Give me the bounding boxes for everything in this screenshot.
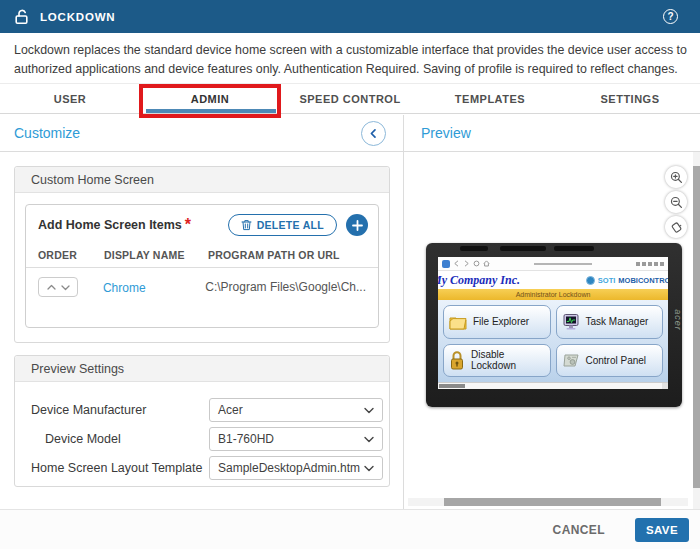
task-manager-icon (560, 312, 582, 332)
table-row: Chrome C:\Program Files\Google\Ch... (26, 268, 378, 297)
reorder-control[interactable] (38, 277, 78, 297)
items-table-header: ORDER DISPLAY NAME PROGRAM PATH OR URL (26, 244, 378, 268)
item-program-path: C:\Program Files\Google\Ch... (205, 280, 366, 294)
preview-panel: acer My Company Inc. (404, 152, 700, 509)
device-preview: acer My Company Inc. (426, 243, 682, 407)
unlocked-padlock-icon (13, 8, 31, 26)
soti-logo: SOTI MOBICONTROL (586, 276, 668, 285)
cancel-button[interactable]: CANCEL (553, 523, 605, 537)
preview-hscroll-thumb[interactable] (444, 498, 661, 506)
device-manufacturer-select[interactable]: Acer (209, 398, 383, 422)
delete-all-button[interactable]: DELETE ALL (228, 214, 337, 236)
save-button[interactable]: SAVE (635, 518, 689, 542)
device-model-row: Device Model B1-760HD (31, 427, 383, 451)
section-title: Preview Settings (15, 356, 389, 382)
file-explorer-button[interactable]: File Explorer (443, 305, 551, 339)
zoom-in-icon (670, 171, 683, 184)
padlock-icon (447, 350, 467, 371)
soti-badge-icon (586, 276, 595, 285)
arrow-down-icon[interactable] (61, 284, 70, 291)
chevron-down-icon (364, 407, 374, 414)
custom-home-screen-section: Custom Home Screen Add Home Screen Items… (14, 166, 390, 343)
device-screen: My Company Inc. SOTI MOBICONTROL Adminis… (438, 257, 668, 389)
chevron-down-icon (364, 436, 374, 443)
lockdown-app-grid: File Explorer Task Manager (438, 300, 668, 382)
preview-settings-section: Preview Settings Device Manufacturer Ace… (14, 355, 390, 487)
active-tab-underline (146, 109, 276, 113)
layout-template-label: Home Screen Layout Template (31, 461, 209, 475)
lockdown-profile-window: LOCKDOWN ? Lockdown replaces the standar… (0, 0, 700, 549)
control-panel-button[interactable]: Control Panel (556, 344, 664, 378)
layout-template-row: Home Screen Layout Template SampleDeskto… (31, 456, 383, 480)
arrow-up-icon[interactable] (47, 284, 56, 291)
layout-template-select[interactable]: SampleDesktopAdmin.htm (209, 456, 383, 480)
device-model-label: Device Model (31, 432, 209, 446)
bezel-detail (500, 246, 546, 251)
customize-header: Customize (0, 115, 403, 152)
device-brand-logo: acer (673, 309, 683, 331)
home-screen-items-card: Add Home Screen Items * DELETE ALL (25, 204, 379, 328)
add-items-label: Add Home Screen Items (38, 218, 182, 232)
customize-panel: Custom Home Screen Add Home Screen Items… (0, 152, 403, 509)
column-program-path: PROGRAM PATH OR URL (208, 249, 366, 261)
device-browser-toolbar (438, 257, 668, 271)
preview-title: Preview (421, 125, 471, 141)
plus-icon (352, 220, 363, 231)
chevron-left-icon (368, 128, 379, 139)
back-icon (453, 260, 460, 267)
section-title: Custom Home Screen (15, 167, 389, 193)
rotate-device-icon (670, 221, 683, 234)
device-screen-scrollbar (438, 382, 668, 389)
preview-vscroll-track (693, 152, 700, 509)
title-bar: LOCKDOWN ? (0, 0, 700, 33)
admin-lockdown-banner: Administrator Lockdown (438, 289, 668, 300)
lockdown-page-header: My Company Inc. SOTI MOBICONTROL (438, 271, 668, 289)
disable-lockdown-button[interactable]: Disable Lockdown (443, 344, 551, 378)
action-bar: CANCEL SAVE (0, 509, 700, 549)
tab-settings[interactable]: SETTINGS (560, 84, 700, 113)
required-asterisk: * (185, 216, 191, 234)
description-text: Lockdown replaces the standard device ho… (14, 41, 692, 79)
control-panel-icon (560, 350, 582, 370)
address-bar (493, 263, 633, 265)
folder-icon (447, 312, 469, 332)
tab-speed-control[interactable]: SPEED CONTROL (280, 84, 420, 113)
add-item-button[interactable] (346, 214, 368, 236)
page-title: LOCKDOWN (40, 11, 115, 23)
column-order: ORDER (38, 249, 104, 261)
device-manufacturer-row: Device Manufacturer Acer (31, 398, 383, 422)
preview-tools (665, 166, 687, 238)
preview-vscroll-thumb[interactable] (693, 166, 700, 488)
tab-bar: USER ADMIN SPEED CONTROL TEMPLATES SETTI… (0, 83, 700, 114)
task-manager-button[interactable]: Task Manager (556, 305, 664, 339)
tab-admin[interactable]: ADMIN (140, 84, 280, 113)
chevron-down-icon (364, 465, 374, 472)
home-icon (483, 260, 490, 267)
bezel-detail (460, 246, 488, 251)
tab-user[interactable]: USER (0, 84, 140, 113)
company-title: My Company Inc. (438, 273, 520, 288)
zoom-in-button[interactable] (665, 166, 687, 188)
device-model-select[interactable]: B1-760HD (209, 427, 383, 451)
help-icon[interactable]: ? (663, 9, 678, 24)
column-display-name: DISPLAY NAME (104, 249, 208, 261)
device-status-icons (636, 262, 664, 266)
forward-icon (463, 260, 470, 267)
device-manufacturer-label: Device Manufacturer (31, 403, 209, 417)
item-display-name-link[interactable]: Chrome (103, 281, 146, 295)
customize-title: Customize (14, 125, 80, 141)
browser-app-icon (442, 260, 450, 268)
refresh-icon (473, 260, 480, 267)
trash-icon (241, 219, 252, 231)
collapse-panel-button[interactable] (361, 121, 386, 146)
browser-nav-icons (453, 260, 490, 267)
rotate-device-button[interactable] (665, 216, 687, 238)
zoom-out-button[interactable] (665, 191, 687, 213)
tab-templates[interactable]: TEMPLATES (420, 84, 560, 113)
preview-header: Preview (404, 115, 700, 152)
zoom-out-icon (670, 196, 683, 209)
bezel-detail (554, 246, 594, 251)
